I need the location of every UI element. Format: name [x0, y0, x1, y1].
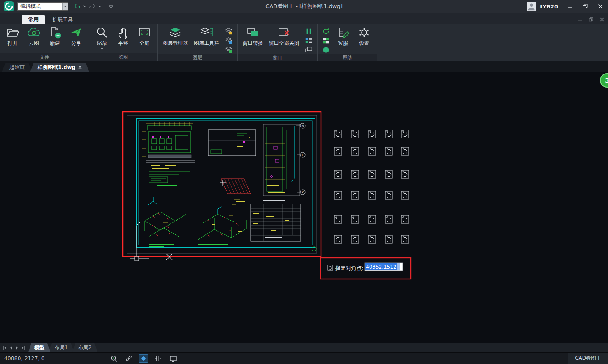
- new-file-button[interactable]: 新建: [44, 25, 66, 47]
- ribbon-group-layer: 图层管理器 图层工具栏 图层: [158, 24, 238, 61]
- customer-service-button[interactable]: 客服: [332, 25, 354, 47]
- settings-button[interactable]: 设置: [354, 25, 375, 47]
- section-block: N L K: [263, 123, 305, 196]
- split-view-icon[interactable]: [154, 354, 163, 363]
- apps-grid-icon[interactable]: [321, 36, 331, 45]
- window-controls: [562, 0, 608, 13]
- doc-minimize-icon[interactable]: [577, 17, 583, 22]
- layout-tab-model[interactable]: 模型: [28, 343, 50, 352]
- doc-tab-start-page[interactable]: 起始页: [2, 63, 32, 72]
- ribbon-group-file: 打开 云图 新建 分享 文件: [0, 24, 89, 61]
- mode-select-value: 编辑模式: [20, 3, 41, 10]
- redo-button[interactable]: [88, 2, 97, 11]
- refresh-icon[interactable]: [321, 27, 331, 36]
- layer-toolbar-icon: [199, 26, 214, 39]
- undo-dropdown-icon[interactable]: [82, 2, 87, 11]
- chevron-down-icon[interactable]: [100, 47, 104, 50]
- new-file-icon: [48, 26, 62, 39]
- minimize-button[interactable]: [562, 0, 578, 13]
- crosshair: [130, 222, 149, 261]
- prev-layout-button[interactable]: [8, 345, 14, 351]
- piping-isometric-middle: [198, 199, 246, 245]
- screen-capture-icon[interactable]: [169, 354, 178, 363]
- undo-button[interactable]: [72, 2, 82, 11]
- fullscreen-button[interactable]: 全屏: [134, 25, 155, 47]
- user-name: LY620: [540, 3, 558, 10]
- layer-toolbar-button[interactable]: 图层工具栏: [191, 25, 222, 47]
- share-icon: [69, 26, 83, 39]
- mode-select[interactable]: 编辑模式: [17, 2, 68, 11]
- layer-manager-button[interactable]: 图层管理器: [160, 25, 191, 47]
- settings-gear-icon: [357, 26, 371, 39]
- window-switch-button[interactable]: 窗口转换: [240, 25, 266, 47]
- layer-small-tools: [222, 25, 235, 54]
- prompt-label: 指定对角点:: [335, 265, 364, 271]
- ribbon-group-label-window: 窗口: [238, 54, 317, 61]
- cursor-coordinates: 40080, 2127, 0: [4, 356, 85, 361]
- ribbon-tab-common[interactable]: 常用: [22, 15, 45, 24]
- ribbon-group-help: 客服 设置 帮助: [318, 24, 377, 61]
- next-layout-button[interactable]: [14, 345, 20, 351]
- layout-tab-layout1[interactable]: 布局1: [49, 343, 74, 352]
- drawing-sheet: N L K: [127, 115, 317, 253]
- help-small-tools: [320, 25, 332, 54]
- ribbon-group-label-view: 览图: [89, 53, 157, 61]
- zoom-button[interactable]: 缩放: [91, 25, 113, 50]
- open-folder-icon: [6, 26, 20, 39]
- object-snap-icon[interactable]: [139, 354, 148, 363]
- link-scale-icon[interactable]: [124, 354, 133, 363]
- user-account[interactable]: LY620: [527, 0, 558, 13]
- fullscreen-icon: [137, 26, 152, 39]
- cad-drawing[interactable]: N L K: [0, 72, 608, 343]
- window-cascade-icon[interactable]: [304, 46, 314, 54]
- window-small-tools: [302, 25, 315, 54]
- ribbon: 打开 云图 新建 分享 文件: [0, 24, 608, 61]
- layout-tab-layout2[interactable]: 布局2: [72, 343, 98, 352]
- svg-text:K: K: [302, 191, 304, 194]
- prompt-tooltip: 指定对角点: 40352,1512: [321, 258, 411, 279]
- last-layout-button[interactable]: [20, 345, 26, 351]
- ribbon-group-window: 窗口转换 窗口全部关闭 窗口: [238, 24, 318, 61]
- doc-close-icon[interactable]: [599, 17, 605, 22]
- qat-customize-icon[interactable]: [108, 2, 114, 11]
- restore-button[interactable]: [578, 0, 593, 13]
- svg-text:L: L: [302, 154, 304, 157]
- block-grid: [334, 130, 409, 243]
- window-close-all-icon: [277, 26, 291, 39]
- prompt-input[interactable]: 40352,1512: [365, 263, 403, 271]
- pan-button[interactable]: 平移: [113, 25, 134, 47]
- zoom-extent-icon[interactable]: [109, 354, 119, 363]
- zoom-icon: [95, 26, 109, 39]
- doc-window-controls: [577, 17, 605, 22]
- window-switch-icon: [246, 26, 260, 39]
- elevation-block: [142, 122, 195, 186]
- window-vertical-tile-icon[interactable]: [304, 27, 314, 36]
- drawing-viewport[interactable]: 3: [0, 72, 608, 343]
- doc-tab-sample-drawing[interactable]: 样例图纸1.dwg: [30, 63, 89, 72]
- ribbon-tab-extended-tools[interactable]: 扩展工具: [46, 15, 79, 24]
- ribbon-group-label-help: 帮助: [318, 54, 377, 61]
- info-icon[interactable]: [321, 46, 331, 54]
- cloud-drawing-button[interactable]: 云图: [23, 25, 44, 47]
- svg-text:N: N: [301, 124, 304, 128]
- open-button[interactable]: 打开: [2, 25, 23, 47]
- piping-isometric-left: [145, 197, 186, 247]
- schedule-table: [251, 200, 301, 241]
- statusbar-toggles: [109, 354, 178, 363]
- statusbar: 40080, 2127, 0 CAD看图王: [0, 352, 608, 364]
- layer-lock-icon[interactable]: [224, 36, 234, 45]
- ribbon-tabrow: 常用 扩展工具: [0, 13, 608, 24]
- first-layout-button[interactable]: [2, 345, 8, 351]
- prompt-value: 40352,1512: [366, 264, 397, 270]
- window-close-all-button[interactable]: 窗口全部关闭: [266, 25, 302, 47]
- share-button[interactable]: 分享: [66, 25, 87, 47]
- doc-restore-icon[interactable]: [588, 17, 594, 22]
- layer-on-icon[interactable]: [224, 46, 234, 54]
- quick-access-toolbar: [72, 2, 114, 11]
- mode-select-arrow[interactable]: [62, 3, 68, 10]
- close-button[interactable]: [593, 0, 608, 13]
- tab-close-icon[interactable]: [78, 66, 82, 69]
- redo-dropdown-icon[interactable]: [97, 2, 102, 11]
- window-list-icon[interactable]: [304, 36, 314, 45]
- layer-freeze-icon[interactable]: [224, 27, 234, 36]
